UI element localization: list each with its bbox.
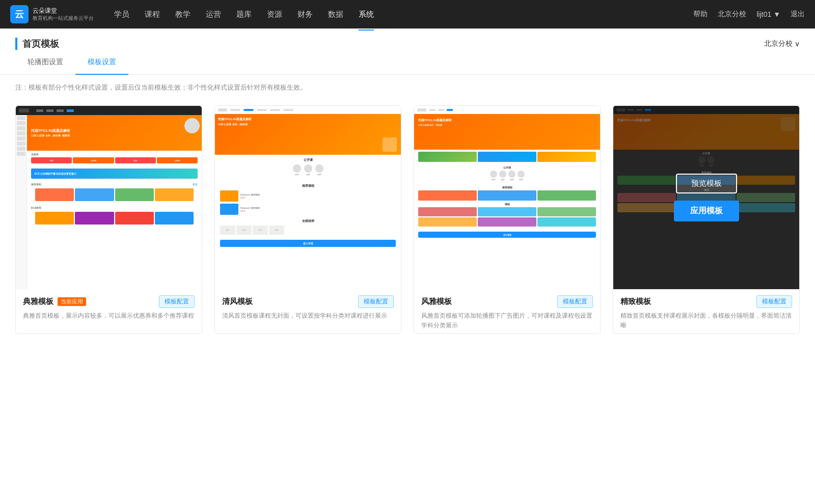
template-footer-fengya: 风雅模板 模板配置 风雅首页模板可添加轮播图下广告图片，可对课程及课程包设置学科…	[414, 289, 600, 333]
navbar: 云 云朵课堂 教育机构一站式服务云平台 学员 课程 教学 运营 题库 资源 财务…	[0, 0, 815, 29]
template-card-fengya[interactable]: 托福TPO1-54真题及解析 口语 心态课 全科 ...综合课 公开课	[414, 105, 601, 334]
template-name-row-dianye: 典雅模板 当前应用 模板配置	[23, 295, 195, 308]
page: 首页模板 北京分校 ∨ 轮播图设置 模板设置 注：模板有部分个性化样式设置，设置…	[0, 29, 815, 504]
logo-name: 云朵课堂	[33, 7, 94, 15]
nav-items: 学员 课程 教学 运营 题库 资源 财务 数据 系统	[114, 8, 374, 21]
nav-item-resource[interactable]: 资源	[267, 8, 282, 21]
template-name-qingfeng: 清风模板	[222, 297, 253, 306]
nav-item-system[interactable]: 系统	[359, 8, 374, 21]
nav-item-student[interactable]: 学员	[114, 8, 129, 21]
template-footer-jingzhi: 精致模板 模板配置 精致首页模板支持课程展示封面，各模板分隔明显，界面简洁清晰	[613, 289, 799, 333]
template-footer-dianye: 典雅模板 当前应用 模板配置 典雅首页模板，展示内容较多，可以展示优惠券和多个推…	[16, 289, 202, 324]
nav-item-finance[interactable]: 财务	[297, 8, 313, 21]
apply-button-jingzhi[interactable]: 应用模板	[674, 201, 739, 221]
nav-item-teach[interactable]: 教学	[175, 8, 191, 21]
config-button-qingfeng[interactable]: 模板配置	[358, 295, 394, 308]
template-desc-jingzhi: 精致首页模板支持课程展示封面，各模板分隔明显，界面简洁清晰	[620, 311, 792, 330]
template-desc-fengya: 风雅首页模板可添加轮播图下广告图片，可对课程及课程包设置学科分类展示	[421, 311, 593, 330]
logo-icon: 云	[10, 5, 29, 23]
logo-subtitle: 教育机构一站式服务云平台	[33, 15, 94, 21]
template-overlay-jingzhi: 预览模板 应用模板	[613, 106, 799, 289]
chevron-down-icon: ∨	[795, 40, 800, 48]
nav-item-data[interactable]: 数据	[328, 8, 343, 21]
template-desc-qingfeng: 清风首页模板课程无封面，可设置按学科分类对课程进行展示	[222, 311, 394, 321]
template-desc-dianye: 典雅首页模板，展示内容较多，可以展示优惠券和多个推荐课程	[23, 311, 195, 321]
logo: 云 云朵课堂 教育机构一站式服务云平台	[10, 5, 94, 23]
nav-item-course[interactable]: 课程	[145, 8, 160, 21]
tab-template[interactable]: 模板设置	[75, 50, 128, 75]
config-button-jingzhi[interactable]: 模板配置	[756, 295, 792, 308]
logout-link[interactable]: 退出	[791, 10, 805, 19]
navbar-right: 帮助 北京分校 lijt01 ▼ 退出	[693, 10, 805, 19]
logo-text: 云朵课堂 教育机构一站式服务云平台	[33, 7, 94, 22]
template-preview-jingzhi: 托福TPO1-54真题及解析 公开课 老师1	[613, 106, 799, 289]
config-button-fengya[interactable]: 模板配置	[557, 295, 593, 308]
branch-selector[interactable]: 北京分校 ∨	[764, 39, 800, 48]
preview-button-jingzhi[interactable]: 预览模板	[676, 174, 737, 193]
template-card-dianye[interactable]: 托福TPO1-54真题及解析 口语 心态课 全科 ...综合课 ·减肥课 优惠券…	[15, 105, 202, 334]
navbar-left: 云 云朵课堂 教育机构一站式服务云平台 学员 课程 教学 运营 题库 资源 财务…	[10, 5, 374, 23]
nav-item-ops[interactable]: 运营	[206, 8, 221, 21]
help-link[interactable]: 帮助	[693, 10, 708, 19]
template-preview-fengya: 托福TPO1-54真题及解析 口语 心态课 全科 ...综合课 公开课	[414, 106, 600, 289]
user-name[interactable]: lijt01 ▼	[756, 10, 780, 18]
config-button-dianye[interactable]: 模板配置	[159, 295, 195, 308]
template-card-qingfeng[interactable]: 托福TPO1-54真题及解析 口语 心态课 全科 ...综合课 公开课 老师1	[214, 105, 401, 334]
template-footer-qingfeng: 清风模板 模板配置 清风首页模板课程无封面，可设置按学科分类对课程进行展示	[215, 289, 401, 324]
nav-item-quiz[interactable]: 题库	[236, 8, 252, 21]
branch-label[interactable]: 北京分校	[718, 10, 746, 19]
template-name-fengya: 风雅模板	[421, 297, 452, 306]
page-title-row: 首页模板 北京分校 ∨	[0, 29, 815, 50]
active-tag-dianye: 当前应用	[58, 297, 86, 306]
template-name-jingzhi: 精致模板	[620, 297, 651, 306]
template-card-jingzhi[interactable]: 托福TPO1-54真题及解析 公开课 老师1	[613, 105, 800, 334]
templates-grid: 托福TPO1-54真题及解析 口语 心态课 全科 ...综合课 ·减肥课 优惠券…	[0, 100, 815, 354]
template-name-dianye: 典雅模板	[23, 297, 53, 306]
tab-carousel[interactable]: 轮播图设置	[15, 50, 75, 75]
page-title: 首页模板	[15, 38, 59, 50]
template-preview-dianye: 托福TPO1-54真题及解析 口语 心态课 全科 ...综合课 ·减肥课 优惠券…	[16, 106, 202, 289]
template-preview-qingfeng: 托福TPO1-54真题及解析 口语 心态课 全科 ...综合课 公开课 老师1	[215, 106, 401, 289]
tab-bar: 轮播图设置 模板设置	[0, 50, 815, 75]
notice-text: 注：模板有部分个性化样式设置，设置后仅当前模板生效；非个性化样式设置后针对所有模…	[0, 75, 815, 100]
